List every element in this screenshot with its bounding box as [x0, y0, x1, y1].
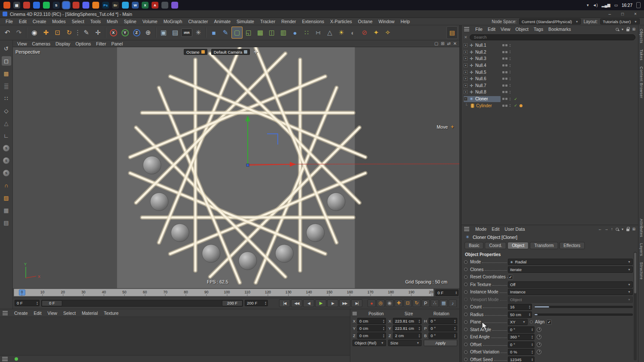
spinner-icon[interactable]: ▴▾ [382, 334, 385, 338]
acrobat-icon[interactable]: A [152, 2, 158, 9]
menu-window[interactable]: Window [376, 19, 398, 24]
history-back-icon[interactable]: ← [598, 227, 602, 231]
radius-slider[interactable] [534, 314, 633, 316]
spinner-icon[interactable]: ▴▾ [528, 313, 531, 317]
render-visibility-toggle[interactable] [505, 71, 507, 73]
plus-icon[interactable]: + [451, 124, 454, 130]
animation-dot-icon[interactable] [464, 320, 468, 324]
position-z-field[interactable]: 0 cm▴▾ [357, 332, 386, 339]
count-field[interactable]: 16▴▾ [508, 304, 532, 310]
redo-button[interactable]: ↷ [13, 27, 24, 39]
preview-range-slider[interactable]: 0 F 200 F [41, 300, 243, 307]
object-row-null-5[interactable]: +✛Null.5 [462, 69, 638, 75]
render-visibility-toggle[interactable] [505, 57, 507, 60]
instance-mode-dropdown[interactable]: Instance▼ [508, 289, 633, 295]
spinner-icon[interactable]: ▴▾ [531, 358, 534, 362]
settings-app-icon[interactable] [161, 2, 168, 9]
tab-transform[interactable]: Transform [530, 242, 558, 249]
history-forward-icon[interactable]: → [605, 227, 608, 231]
visibility-dots-icon[interactable] [510, 84, 510, 87]
spinner-icon[interactable]: ▴▾ [264, 301, 267, 305]
search-box[interactable] [470, 34, 635, 40]
animation-dot-icon[interactable] [464, 343, 468, 346]
position-y-field[interactable]: 0 cm▴▾ [357, 325, 386, 332]
layout-grid-icon[interactable]: ⊞ [632, 27, 635, 31]
y-axis-lock-button[interactable]: Y [119, 27, 131, 39]
attribute-menu-mode[interactable]: Mode [473, 226, 489, 232]
dial-icon[interactable] [537, 350, 541, 354]
subdivision-surface-button[interactable]: ▢ [231, 27, 243, 39]
expander-icon[interactable]: − [464, 97, 468, 101]
close-button[interactable]: × [629, 11, 641, 17]
panel-menu-icon[interactable] [464, 227, 469, 231]
offset-seed-field[interactable]: 12345▴▾ [508, 356, 535, 362]
animation-dot-icon[interactable] [464, 268, 468, 271]
object-row-null-6[interactable]: +✛Null.6 [462, 75, 638, 82]
cinema4d-app-icon[interactable] [63, 2, 70, 9]
material-menu-edit[interactable]: Edit [31, 311, 45, 316]
steam-icon[interactable]: S [53, 2, 60, 9]
dial-icon[interactable] [537, 327, 541, 332]
editor-visibility-toggle[interactable] [502, 84, 504, 87]
size-mode-dropdown[interactable]: Size▼ [388, 340, 422, 346]
editor-visibility-toggle[interactable] [502, 91, 504, 93]
material-menu-select[interactable]: Select [60, 311, 79, 316]
previous-key-button[interactable]: ◀◀ [291, 299, 302, 307]
object-menu-tags[interactable]: Tags [531, 27, 546, 32]
animation-dot-icon[interactable] [464, 275, 468, 279]
record-keyframe-button[interactable]: ● [368, 299, 376, 307]
side-tab-takes[interactable]: Takes [639, 49, 644, 60]
side-tab-structure[interactable]: Structure [639, 262, 644, 280]
record-point-level-button[interactable]: ∴ [431, 299, 439, 307]
end-angle-field[interactable]: 360 °▴▾ [508, 334, 535, 340]
object-menu-view[interactable]: View [498, 27, 513, 32]
rotate-tool[interactable]: ↻ [64, 27, 75, 39]
telegram-icon[interactable] [122, 2, 129, 9]
enabled-check-icon[interactable]: ✓ [513, 103, 518, 108]
editor-visibility-toggle[interactable] [502, 51, 504, 53]
bridge-icon[interactable]: Br [112, 2, 119, 9]
material-wrench-button[interactable]: ✦ [371, 27, 382, 39]
menu-render[interactable]: Render [278, 19, 299, 24]
render-picture-viewer-button[interactable]: ▤ [170, 27, 181, 39]
tab-coord[interactable]: Coord. [485, 242, 506, 249]
rotation-p-field[interactable]: 0 °▴▾ [428, 325, 457, 332]
size-y-field[interactable]: 223.81 cm▴▾ [393, 325, 422, 332]
layout-grid-icon[interactable]: ⊞ [632, 227, 635, 231]
maximize-button[interactable]: □ [617, 11, 629, 17]
spinner-icon[interactable]: ▴▾ [531, 328, 534, 332]
search-icon[interactable] [616, 228, 619, 231]
chat-app-icon[interactable] [171, 2, 178, 9]
material-menu-create[interactable]: Create [11, 311, 31, 316]
sky-button[interactable]: ◐ [347, 27, 358, 39]
live-selection-tool[interactable]: ◉ [29, 27, 40, 39]
menu-character[interactable]: Character [185, 19, 211, 24]
menu-modes[interactable]: Modes [49, 19, 69, 24]
visibility-dots-icon[interactable] [510, 78, 510, 80]
visibility-dots-icon[interactable] [510, 57, 510, 60]
tab-object[interactable]: Object [507, 242, 529, 249]
visibility-dots-icon[interactable] [510, 51, 510, 53]
apply-button[interactable]: Apply [424, 340, 457, 346]
panel-toggle-icon[interactable] [636, 2, 641, 8]
animation-dot-icon[interactable] [464, 335, 468, 339]
search-input[interactable] [474, 35, 631, 39]
music-app-icon[interactable] [43, 2, 50, 9]
object-row-null-1[interactable]: +✛Null.1 [462, 42, 638, 49]
object-row-cylinder[interactable]: └Cylinder✓ [462, 102, 638, 109]
points-mode-button[interactable]: ∷ [2, 94, 11, 103]
visibility-dots-icon[interactable] [510, 44, 510, 47]
record-scale-button[interactable]: ⊡ [404, 299, 412, 307]
menu-animate[interactable]: Animate [211, 19, 234, 24]
spinner-icon[interactable]: ▴▾ [418, 326, 421, 330]
menu-mograph[interactable]: MoGraph [161, 19, 185, 24]
offset-variation-field[interactable]: 0 %▴▾ [508, 349, 535, 355]
object-row-null-7[interactable]: +✛Null.7 [462, 82, 638, 89]
visibility-dots-icon[interactable] [510, 98, 510, 100]
visibility-dots-icon[interactable] [510, 104, 510, 107]
side-tab-layers[interactable]: Layers [639, 243, 644, 256]
menu-mesh[interactable]: Mesh [104, 19, 121, 24]
interactive-render-button[interactable]: IRR [181, 28, 192, 37]
timeline-ruler[interactable]: 0102030405060708090100110120130140150160… [14, 289, 434, 296]
launcher-icon[interactable] [3, 2, 10, 9]
